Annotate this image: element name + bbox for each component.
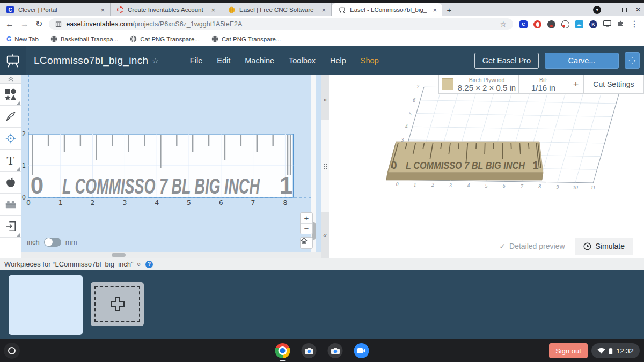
drill-origin-tool[interactable] <box>0 128 21 150</box>
bookmark-new-tab[interactable]: G New Tab <box>6 35 39 43</box>
menu-file[interactable]: File <box>190 56 202 65</box>
preview-y-label: 7 <box>416 84 420 90</box>
ruler-design: 01L COMMISSO 7 BL BIG INCH012345678210 <box>21 75 321 252</box>
menu-shop[interactable]: Shop <box>361 56 379 65</box>
toolbar-collapse-button[interactable] <box>0 75 21 84</box>
simulate-button[interactable]: Simulate <box>575 238 633 255</box>
close-window-button[interactable]: ✕ <box>635 6 641 13</box>
tab-close-icon[interactable]: × <box>320 6 327 14</box>
zoom-out-button[interactable]: − <box>301 224 312 234</box>
launcher-button[interactable] <box>4 343 20 359</box>
divider-bottom[interactable]: « <box>321 212 329 258</box>
canvas-horizontal-scrollbar[interactable] <box>21 252 321 258</box>
shapes-tool[interactable] <box>0 84 21 106</box>
new-tab-button[interactable]: + <box>442 3 456 16</box>
divider-top[interactable]: » <box>321 75 329 120</box>
add-bit-button[interactable]: + <box>568 75 584 94</box>
camera-app-icon[interactable] <box>302 343 317 358</box>
projects-blocks-tool[interactable] <box>0 194 21 216</box>
tab-close-icon[interactable]: × <box>99 6 106 14</box>
easel-logo[interactable] <box>0 46 26 75</box>
x-axis-label: 4 <box>155 198 159 206</box>
x-axis-label: 2 <box>91 198 95 206</box>
extensions-puzzle-icon[interactable] <box>617 19 624 29</box>
media-controls-icon[interactable]: ▾ <box>593 6 601 14</box>
menu-edit[interactable]: Edit <box>217 56 230 65</box>
bookmark-basketball[interactable]: Basketball Transpa... <box>50 35 118 42</box>
cut-settings-button[interactable]: Cut Settings <box>584 75 644 94</box>
forward-icon[interactable]: → <box>20 20 29 28</box>
preview-y-label: 4 <box>405 124 408 129</box>
design-canvas[interactable]: 01L COMMISSO 7 BL BIG INCH012345678210 +… <box>21 75 321 258</box>
tab-create-account[interactable]: Create Inventables Account × <box>111 3 221 16</box>
tab-easel-home[interactable]: Easel | Free CNC Software | Inve × <box>221 3 332 16</box>
zoom-home-button[interactable] <box>300 237 313 249</box>
bookmark-cat-png-1[interactable]: Cat PNG Transpare... <box>130 35 200 42</box>
add-workpiece-button[interactable] <box>91 282 144 326</box>
cast-icon[interactable] <box>603 19 611 29</box>
header-actions: Get Easel Pro Carve... <box>474 52 644 69</box>
preview-bottom-bar: ✓ Detailed preview Simulate <box>329 234 644 258</box>
menu-help[interactable]: Help <box>330 56 346 65</box>
3d-preview[interactable]: 01234567891011123456701L COMMISSO 7 BL B… <box>329 75 644 258</box>
material-button[interactable]: Birch Plywood 8.25 × 2 × 0.5 in <box>438 75 519 94</box>
shapes-icon <box>5 88 17 100</box>
scrollbar-thumb[interactable] <box>112 253 126 257</box>
video-call-app-icon[interactable] <box>354 343 369 358</box>
chrome-app-icon[interactable] <box>275 343 290 358</box>
import-tool[interactable] <box>0 216 21 238</box>
address-bar[interactable]: easel.inventables.com/projects/P6xnS6z_1… <box>49 18 513 30</box>
tab-close-icon[interactable]: × <box>210 6 216 14</box>
screen: C Clever | Portal × Create Inventables A… <box>0 0 644 362</box>
reload-icon[interactable]: ↻ <box>35 20 42 28</box>
apps-tool[interactable] <box>0 172 21 194</box>
inch-label[interactable]: inch <box>27 238 40 246</box>
project-title[interactable]: LCommisso7bl_big_inch <box>34 55 148 67</box>
red-extension-icon[interactable] <box>533 20 541 28</box>
bookmark-cat-png-2[interactable]: Cat PNG Transpare... <box>211 35 281 42</box>
wifi-icon <box>597 348 605 354</box>
menu-toolbox[interactable]: Toolbox <box>289 56 316 65</box>
url-path: /projects/P6xnS6z_1wgght1A5teE2A <box>133 20 242 28</box>
menu-machine[interactable]: Machine <box>245 56 274 65</box>
help-icon[interactable]: ? <box>145 261 153 268</box>
dark-extension-icon[interactable] <box>547 20 555 28</box>
tab-close-icon[interactable]: × <box>431 6 438 14</box>
text-tool[interactable]: T <box>0 150 21 172</box>
divider-handle[interactable] <box>321 120 329 212</box>
bookmark-star-icon[interactable]: ☆ <box>500 20 507 28</box>
tab-clever[interactable]: C Clever | Portal × <box>0 3 111 16</box>
x-axis-label: 1 <box>58 198 63 206</box>
panel-divider[interactable]: » « <box>321 75 329 258</box>
minimize-button[interactable]: – <box>610 6 613 13</box>
pen-tool[interactable] <box>0 106 21 128</box>
workpiece-thumbnail[interactable] <box>9 275 83 335</box>
restore-button[interactable] <box>622 8 627 12</box>
carve-button[interactable]: Carve... <box>545 53 619 69</box>
stock-engraved-text: L COMMISSO 7 BL BIG INCH <box>406 160 525 171</box>
get-easel-pro-button[interactable]: Get Easel Pro <box>474 53 539 69</box>
tab-easel-project[interactable]: Easel - LCommisso7bl_big_inch × <box>332 3 442 16</box>
preview-grid-line <box>593 90 620 183</box>
favorite-star-icon[interactable]: ☆ <box>152 56 159 65</box>
bookmark-label: Basketball Transpa... <box>61 36 118 42</box>
kami-extension-icon[interactable]: K <box>589 20 597 28</box>
back-icon[interactable]: ← <box>5 20 14 28</box>
globe-icon <box>50 35 57 42</box>
camera-app-icon[interactable] <box>328 343 343 358</box>
browser-menu-icon[interactable]: ⋮ <box>630 20 639 28</box>
fullscreen-arrows-button[interactable] <box>625 52 640 69</box>
sign-out-button[interactable]: Sign out <box>549 343 588 358</box>
zoom-in-button[interactable]: + <box>301 213 312 224</box>
collapse-panel-icon[interactable]: » <box>136 262 143 266</box>
y-axis-label: 2 <box>22 130 26 138</box>
bit-button[interactable]: Bit: 1/16 in <box>519 75 568 94</box>
mm-label[interactable]: mm <box>65 238 77 246</box>
detailed-preview-toggle[interactable]: ✓ Detailed preview <box>499 242 565 250</box>
unit-toggle-switch[interactable] <box>44 238 61 247</box>
status-tray[interactable]: 12:32 <box>591 343 640 358</box>
target-extension-icon[interactable] <box>561 20 569 28</box>
photos-extension-icon[interactable] <box>575 20 583 28</box>
clever-extension-icon[interactable]: C <box>519 20 528 28</box>
window-controls: ▾ – ✕ <box>593 3 641 16</box>
